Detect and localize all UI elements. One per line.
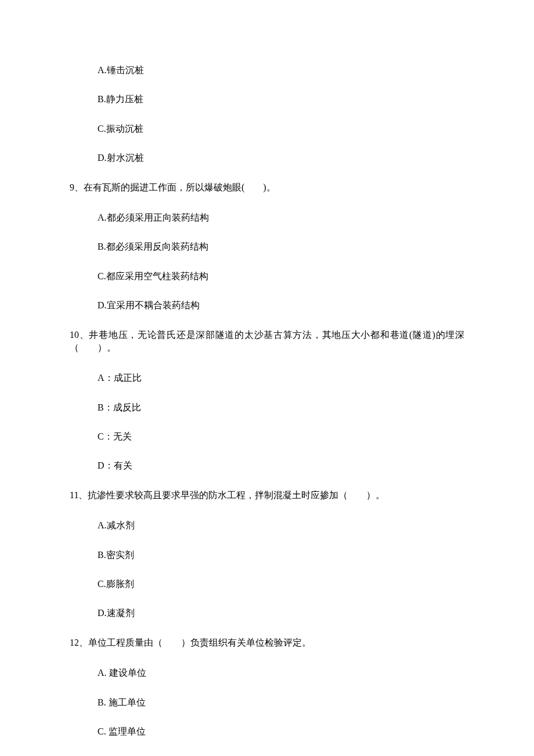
- option-text: B.都必须采用反向装药结构: [98, 240, 464, 253]
- question-12: 12、单位工程质量由（ ）负责组织有关单位检验评定。: [70, 636, 464, 649]
- option-text: D：有关: [98, 459, 464, 472]
- option-text: B.静力压桩: [98, 93, 464, 106]
- option-text: C. 监理单位: [98, 725, 464, 738]
- option-text: A. 建设单位: [98, 667, 464, 679]
- option-text: D.宜采用不耦合装药结构: [98, 299, 464, 312]
- question-9: 9、在有瓦斯的掘进工作面，所以爆破炮眼( )。: [70, 181, 464, 194]
- option-text: B：成反比: [98, 401, 464, 414]
- option-text: A.锤击沉桩: [98, 64, 464, 77]
- option-text: B.密实剂: [98, 549, 464, 561]
- option-text: C：无关: [98, 430, 464, 443]
- option-text: C.膨胀剂: [98, 578, 464, 591]
- option-text: D.射水沉桩: [98, 152, 464, 164]
- option-text: D.速凝剂: [98, 607, 464, 620]
- option-text: A：成正比: [98, 372, 464, 384]
- option-text: B. 施工单位: [98, 696, 464, 709]
- option-text: A.减水剂: [98, 519, 464, 532]
- option-text: C.振动沉桩: [98, 123, 464, 135]
- question-11: 11、抗渗性要求较高且要求早强的防水工程，拌制混凝土时应掺加（ ）。: [70, 489, 464, 502]
- question-10: 10、井巷地压，无论普氏还是深部隧道的太沙基古算方法，其地压大小都和巷道(隧道)…: [70, 329, 464, 355]
- page-container: A.锤击沉桩 B.静力压桩 C.振动沉桩 D.射水沉桩 9、在有瓦斯的掘进工作面…: [0, 0, 534, 756]
- option-text: C.都应采用空气柱装药结构: [98, 270, 464, 283]
- option-text: A.都必须采用正向装药结构: [98, 211, 464, 224]
